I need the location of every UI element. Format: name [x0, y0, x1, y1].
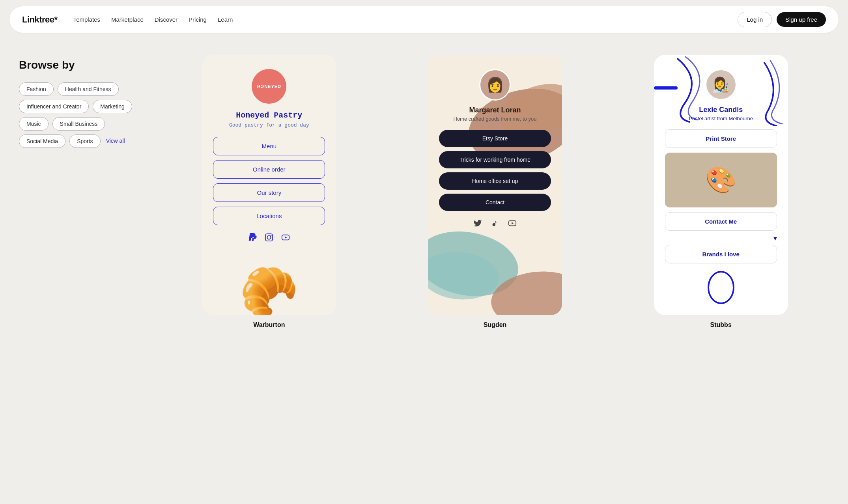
svg-point-2: [271, 235, 272, 236]
tag-influencer-creator[interactable]: Influencer and Creator: [19, 100, 89, 113]
navbar: Linktree* Templates Marketplace Discover…: [9, 6, 839, 33]
card1-btn-menu[interactable]: Menu: [213, 137, 325, 155]
nav-learn[interactable]: Learn: [218, 16, 233, 23]
nav-discover[interactable]: Discover: [155, 16, 177, 23]
card1-tagline: Good pastry for a good day: [229, 122, 309, 128]
card2-btn-office[interactable]: Home office set up: [439, 172, 551, 190]
card1-name: Honeyed Pastry: [236, 111, 302, 120]
nav-marketplace[interactable]: Marketplace: [111, 16, 144, 23]
tag-social-media[interactable]: Social Media: [19, 134, 65, 148]
card1-social-icons: [248, 233, 290, 244]
svg-point-13: [708, 272, 734, 303]
card3-avatar: 👩‍🎨: [705, 69, 737, 100]
card2-btn-tricks[interactable]: Tricks for working from home: [439, 151, 551, 168]
card1-btn-order[interactable]: Online order: [213, 160, 325, 179]
card-wrapper-stubbs: 👩‍🎨 Lexie Candis Pastel artist from Melb…: [613, 55, 829, 329]
card1-btn-locations[interactable]: Locations: [213, 207, 325, 225]
nav-pricing[interactable]: Pricing: [189, 16, 207, 23]
instagram-icon[interactable]: [265, 233, 273, 244]
tag-music[interactable]: Music: [19, 117, 49, 131]
card3-bottom-art: [665, 268, 777, 307]
tiktok-icon[interactable]: [491, 219, 499, 230]
tag-sports[interactable]: Sports: [69, 134, 100, 148]
tag-health-fitness[interactable]: Health and Fitness: [58, 82, 119, 96]
browse-title: Browse by: [19, 59, 145, 71]
card2-content: 👩 Margaret Loran Home crafted goods from…: [428, 55, 562, 315]
tag-small-business[interactable]: Small Business: [52, 117, 105, 131]
navbar-right: Log in Sign up free: [738, 12, 826, 27]
svg-rect-0: [265, 234, 273, 241]
card3-bio: Pastel artist from Melbourne: [689, 116, 753, 121]
card2-btn-etsy[interactable]: Etsy Store: [439, 130, 551, 147]
card2-name: Margaret Loran: [469, 106, 521, 114]
honeyed-logo: HONEYED: [252, 69, 286, 104]
paypal-icon[interactable]: [248, 233, 257, 244]
card-wrapper-sugden: 👩 Margaret Loran Home crafted goods from…: [387, 55, 603, 329]
card2-social-icons: [473, 219, 517, 230]
youtube-icon-2[interactable]: [508, 219, 517, 230]
card1-creator-label: Warburton: [253, 321, 285, 329]
nav-templates[interactable]: Templates: [73, 16, 100, 23]
login-button[interactable]: Log in: [738, 12, 772, 27]
svg-marker-4: [285, 236, 287, 239]
chevron-down-icon: ▾: [773, 234, 777, 242]
tag-cloud: Fashion Health and Fitness Influencer an…: [19, 82, 145, 148]
card3-btn-print[interactable]: Print Store: [665, 129, 777, 148]
tag-marketing[interactable]: Marketing: [93, 100, 132, 113]
cards-area: HONEYED Honeyed Pastry Good pastry for a…: [161, 55, 829, 329]
logo[interactable]: Linktree*: [22, 15, 58, 25]
view-all-link[interactable]: View all: [105, 134, 127, 148]
card3-creator-label: Stubbs: [710, 321, 732, 329]
card-wrapper-warburton: HONEYED Honeyed Pastry Good pastry for a…: [161, 55, 377, 329]
card-stubbs: 👩‍🎨 Lexie Candis Pastel artist from Melb…: [654, 55, 788, 315]
twitter-icon[interactable]: [473, 219, 482, 230]
card2-btn-contact[interactable]: Contact: [439, 194, 551, 211]
navbar-left: Linktree* Templates Marketplace Discover…: [22, 15, 233, 25]
croissant-image: 🥐: [213, 252, 325, 315]
card3-circle-art: [705, 270, 737, 305]
card-sugden: 👩 Margaret Loran Home crafted goods from…: [428, 55, 562, 315]
card3-name: Lexie Candis: [699, 106, 743, 114]
card2-creator-label: Sugden: [484, 321, 507, 329]
nav-links: Templates Marketplace Discover Pricing L…: [73, 16, 233, 23]
card2-avatar: 👩: [479, 69, 511, 101]
card3-content: 👩‍🎨 Lexie Candis Pastel artist from Melb…: [654, 55, 788, 315]
sidebar: Browse by Fashion Health and Fitness Inf…: [19, 55, 145, 148]
card2-bio: Home crafted goods from me, to you: [454, 116, 537, 122]
card3-btn-contact[interactable]: Contact Me: [665, 212, 777, 231]
card3-btn-brands[interactable]: Brands I love: [665, 245, 777, 263]
svg-point-1: [267, 235, 271, 239]
card3-artwork-image: 🎨: [665, 153, 777, 207]
card2-buttons: Etsy Store Tricks for working from home …: [439, 130, 551, 211]
card1-buttons: Menu Online order Our story Locations: [213, 137, 325, 225]
signup-button[interactable]: Sign up free: [777, 12, 826, 27]
card1-btn-story[interactable]: Our story: [213, 183, 325, 202]
youtube-icon[interactable]: [281, 233, 290, 244]
main-content: Browse by Fashion Health and Fitness Inf…: [0, 39, 848, 344]
tag-fashion[interactable]: Fashion: [19, 82, 54, 96]
svg-marker-11: [512, 222, 514, 224]
card-warburton: HONEYED Honeyed Pastry Good pastry for a…: [202, 55, 336, 315]
